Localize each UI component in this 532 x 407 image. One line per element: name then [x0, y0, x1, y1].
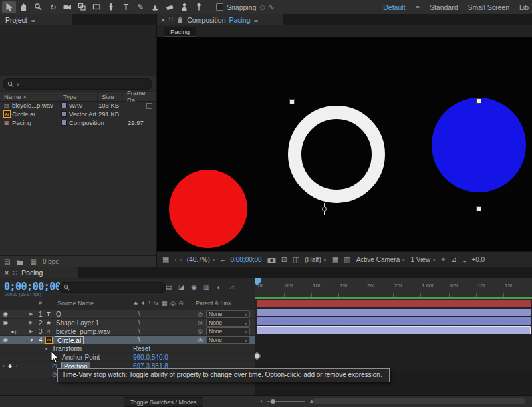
- pen-tool[interactable]: [104, 1, 118, 13]
- zoom-dropdown[interactable]: (40.7%)∨: [187, 256, 215, 263]
- pickwhip-icon[interactable]: ◎: [198, 319, 203, 327]
- zoom-tool[interactable]: [31, 1, 45, 13]
- lock-icon[interactable]: [176, 16, 184, 23]
- expand-arrow-icon[interactable]: ▶: [29, 327, 33, 335]
- timeline-horizontal-scrollbar[interactable]: [313, 398, 525, 404]
- close-icon[interactable]: ×: [161, 16, 165, 24]
- layer-handle[interactable]: [476, 206, 481, 211]
- label-chip[interactable]: [61, 118, 67, 127]
- resolution-dropdown[interactable]: (Half)∨: [305, 256, 327, 263]
- puppet-pin-tool[interactable]: [192, 1, 206, 13]
- label-chip[interactable]: [61, 101, 67, 110]
- snap-option-icon-2[interactable]: ∿: [269, 3, 275, 11]
- pickwhip-icon[interactable]: ◎: [198, 336, 203, 344]
- interpret-footage-icon[interactable]: ▤: [4, 258, 10, 265]
- time-ruler[interactable]: 0f 05f 10f 15f 20f 25f 1:00f 05f 10f 15f: [255, 278, 532, 297]
- magnification-icon[interactable]: ▭: [174, 255, 181, 264]
- project-search-input[interactable]: ∨: [3, 78, 152, 90]
- quality-switch-icon[interactable]: \: [138, 336, 140, 344]
- workspace-standard[interactable]: Standard: [430, 3, 458, 11]
- toggle-switches-modes-button[interactable]: Toggle Switches / Modes: [124, 397, 203, 407]
- anchor-point-row[interactable]: ◷ Anchor Point 960.0,540.0: [0, 353, 255, 362]
- column-size[interactable]: Size: [97, 92, 122, 101]
- white-ring-shape[interactable]: [288, 106, 385, 203]
- camera-tool[interactable]: [61, 1, 74, 13]
- shape-tool[interactable]: [90, 1, 104, 13]
- safe-guides-icon[interactable]: ⌐: [221, 256, 225, 264]
- keyframe-indicator-icon[interactable]: ◆: [8, 362, 12, 370]
- column-parent-link[interactable]: Parent & Link: [196, 300, 231, 307]
- parent-dropdown[interactable]: None∨: [206, 336, 250, 344]
- workspace-menu-icon[interactable]: ≡: [415, 3, 419, 11]
- anchor-point-value[interactable]: 960.0,540.0: [133, 353, 168, 361]
- exposure-icon[interactable]: ◒: [462, 256, 467, 264]
- anchor-point-crosshair-icon[interactable]: [319, 204, 330, 215]
- workspace-default[interactable]: Default: [383, 3, 405, 11]
- audio-speaker-icon[interactable]: ◄): [10, 327, 16, 335]
- reset-link[interactable]: Reset: [133, 344, 150, 352]
- workspace-small-screen[interactable]: Small Screen: [468, 3, 509, 11]
- parent-dropdown[interactable]: None∨: [206, 327, 250, 335]
- quality-switch-icon[interactable]: \: [138, 319, 140, 327]
- selection-tool[interactable]: [2, 1, 16, 13]
- new-folder-icon[interactable]: [16, 259, 24, 265]
- stopwatch-icon[interactable]: ◷: [52, 370, 57, 378]
- panel-menu-icon[interactable]: ≡: [31, 16, 35, 24]
- pickwhip-icon[interactable]: ◎: [198, 310, 203, 318]
- exposure-value[interactable]: +0.0: [471, 256, 485, 263]
- view-layout-dropdown[interactable]: 1 View∨: [410, 256, 436, 263]
- previous-keyframe-icon[interactable]: ‹: [3, 362, 5, 370]
- pixel-aspect-icon[interactable]: ⌖: [441, 255, 445, 264]
- parent-dropdown[interactable]: None∨: [206, 310, 250, 318]
- project-row-ai[interactable]: Ai Circle.ai Vector Art 291 KB: [0, 110, 156, 118]
- snapping-checkbox[interactable]: [216, 3, 223, 11]
- rotation-tool[interactable]: ↻: [46, 1, 60, 13]
- next-keyframe-icon[interactable]: ›: [16, 362, 18, 370]
- anchor-point-label[interactable]: Anchor Point: [62, 353, 100, 361]
- fast-previews-icon[interactable]: ⊿: [451, 255, 457, 264]
- video-eye-icon[interactable]: ◉: [3, 336, 8, 344]
- layer-bar-3[interactable]: [257, 317, 531, 325]
- layer-name[interactable]: Shape Layer 1: [56, 319, 99, 327]
- layer-handle[interactable]: [476, 98, 481, 104]
- quality-switch-icon[interactable]: \: [138, 310, 140, 318]
- mini-flowchart-icon[interactable]: ▤: [164, 282, 174, 291]
- project-row-wav[interactable]: ▤ bicycle...p.wav WAV 103 KB: [0, 101, 156, 110]
- quality-switch-icon[interactable]: \: [138, 327, 140, 335]
- expand-arrow-icon[interactable]: ▶: [29, 319, 33, 327]
- type-tool[interactable]: T: [119, 1, 133, 13]
- expand-arrow-icon[interactable]: ▶: [29, 310, 33, 318]
- camera-view-dropdown[interactable]: Active Camera∨: [356, 256, 406, 263]
- motion-blur-icon[interactable]: ◐: [214, 282, 224, 291]
- comp-timecode[interactable]: 0;00;00;00: [230, 256, 261, 263]
- layer-name[interactable]: bicycle_pump.wav: [56, 327, 110, 335]
- pan-behind-tool[interactable]: [75, 1, 89, 13]
- project-tab[interactable]: Project ≡: [0, 14, 72, 25]
- parent-dropdown[interactable]: None∨: [206, 319, 250, 327]
- zoom-slider-handle[interactable]: [271, 399, 275, 404]
- layer-row-3[interactable]: ◄) ▶ 3 ♫ bicycle_pump.wav \ ◎ None∨: [0, 327, 255, 336]
- collapse-arrow-icon[interactable]: ▼: [29, 336, 34, 344]
- snap-option-icon-1[interactable]: ◇: [259, 3, 265, 11]
- column-source-name[interactable]: Source Name: [57, 300, 94, 307]
- breadcrumb-pacing[interactable]: Pacing: [164, 27, 196, 37]
- layer-row-4-selected[interactable]: ◉ ▼ 4 Ai Circle.ai \ ◎ None∨: [0, 336, 255, 344]
- layer-name[interactable]: O: [56, 310, 61, 318]
- transform-group-row[interactable]: ▼ Transform Reset: [0, 344, 255, 353]
- red-circle-shape[interactable]: [169, 170, 247, 248]
- layer-bar-1[interactable]: [257, 300, 531, 307]
- layer-row-2[interactable]: ◉ ▶ 2 ★ Shape Layer 1 \ ◎ None∨: [0, 319, 255, 327]
- video-eye-icon[interactable]: ◉: [3, 310, 8, 318]
- column-name[interactable]: Name▲: [0, 92, 59, 101]
- frame-blending-icon[interactable]: ▥: [201, 282, 211, 291]
- region-of-interest-icon[interactable]: ▦: [332, 255, 338, 264]
- pickwhip-icon[interactable]: ◎: [198, 327, 203, 335]
- brush-tool[interactable]: ✎: [134, 1, 148, 13]
- label-chip[interactable]: [61, 110, 67, 118]
- snapshot-camera-icon[interactable]: [267, 257, 276, 263]
- timeline-zoom-control[interactable]: ▲ ▲: [259, 398, 315, 404]
- layer-handle[interactable]: [289, 99, 295, 104]
- bpc-label[interactable]: 8 bpc: [43, 258, 59, 265]
- always-preview-icon[interactable]: ▦: [162, 255, 169, 264]
- workspace-libraries[interactable]: Lib: [519, 3, 529, 11]
